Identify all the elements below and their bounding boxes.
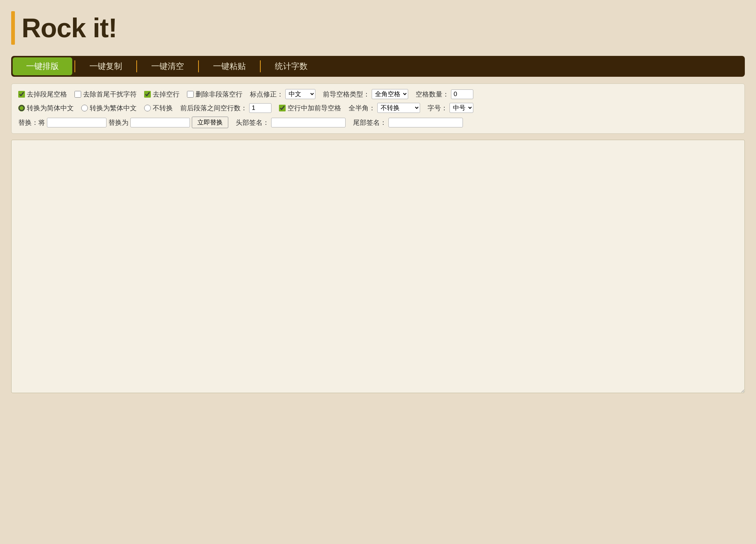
delete-non-para-empty-checkbox[interactable] xyxy=(187,91,194,98)
opt-replace: 替换：将 替换为 立即替换 xyxy=(18,117,228,128)
add-lead-space-empty-checkbox[interactable] xyxy=(279,105,286,111)
opt-space-count: 空格数量： xyxy=(416,89,473,99)
opt-delete-non-para-empty[interactable]: 删除非段落空行 xyxy=(187,90,242,99)
to-simplified-radio[interactable] xyxy=(18,105,25,111)
remove-disturb-checkbox[interactable] xyxy=(74,91,81,98)
replace-to-input[interactable] xyxy=(130,118,190,127)
to-traditional-radio[interactable] xyxy=(81,105,88,111)
toolbar: 一键排版 一键复制 一键清空 一键粘贴 统计字数 xyxy=(11,56,745,77)
opt-head-sig: 头部签名： xyxy=(236,118,346,127)
toolbar-btn-clear[interactable]: 一键清空 xyxy=(138,56,197,77)
opt-full-half: 全半角： 不转换 全角→半角 半角→全角 xyxy=(349,103,420,113)
no-convert-radio[interactable] xyxy=(144,105,151,111)
opt-para-gap: 前后段落之间空行数： xyxy=(180,103,271,113)
toolbar-btn-paste[interactable]: 一键粘贴 xyxy=(200,56,259,77)
trim-tail-space-label: 去掉段尾空格 xyxy=(27,90,67,99)
toolbar-btn-copy[interactable]: 一键复制 xyxy=(76,56,136,77)
opt-trim-tail-space[interactable]: 去掉段尾空格 xyxy=(18,90,67,99)
toolbar-btn-layout[interactable]: 一键排版 xyxy=(13,57,72,75)
opt-remove-disturb[interactable]: 去除首尾干扰字符 xyxy=(74,90,137,99)
head-sig-label: 头部签名： xyxy=(236,118,269,127)
opt-add-lead-space-empty[interactable]: 空行中加前导空格 xyxy=(279,104,341,113)
opt-remove-empty-line[interactable]: 去掉空行 xyxy=(144,90,180,99)
font-size-select[interactable]: 中号 大号 小号 xyxy=(450,103,473,113)
replace-btn[interactable]: 立即替换 xyxy=(192,117,228,128)
opt-tail-sig: 尾部签名： xyxy=(353,118,463,127)
font-size-label: 字号： xyxy=(428,104,448,113)
header-accent-bar xyxy=(11,11,15,45)
tail-sig-input[interactable] xyxy=(388,118,463,127)
options-row-2: 转换为简体中文 转换为繁体中文 不转换 前后段落之间空行数： 空行中加前导空格 … xyxy=(18,103,738,113)
opt-punct-fix: 标点修正： 中文 英文 不转换 xyxy=(250,89,315,99)
opt-to-traditional[interactable]: 转换为繁体中文 xyxy=(81,104,137,113)
punct-fix-label: 标点修正： xyxy=(250,90,283,99)
tail-sig-label: 尾部签名： xyxy=(353,118,387,127)
replace-from-input[interactable] xyxy=(47,118,107,127)
replace-label: 替换：将 xyxy=(18,118,45,127)
remove-empty-line-label: 去掉空行 xyxy=(153,90,180,99)
punct-fix-select[interactable]: 中文 英文 不转换 xyxy=(285,89,315,99)
remove-disturb-label: 去除首尾干扰字符 xyxy=(83,90,137,99)
main-textarea[interactable] xyxy=(11,140,745,393)
opt-font-size: 字号： 中号 大号 小号 xyxy=(428,103,473,113)
para-gap-label: 前后段落之间空行数： xyxy=(180,104,247,113)
no-convert-label: 不转换 xyxy=(153,104,173,113)
space-count-input[interactable] xyxy=(451,89,473,99)
to-simplified-label: 转换为简体中文 xyxy=(27,104,74,113)
toolbar-separator-2 xyxy=(136,60,137,72)
para-gap-input[interactable] xyxy=(249,103,271,113)
options-panel: 去掉段尾空格 去除首尾干扰字符 去掉空行 删除非段落空行 标点修正： 中文 英文… xyxy=(11,83,745,134)
trim-tail-space-checkbox[interactable] xyxy=(18,91,25,98)
lead-space-type-select[interactable]: 全角空格 半角空格 制表符 xyxy=(372,89,408,99)
opt-lead-space-type: 前导空格类型： 全角空格 半角空格 制表符 xyxy=(323,89,408,99)
delete-non-para-empty-label: 删除非段落空行 xyxy=(196,90,242,99)
toolbar-separator-3 xyxy=(198,60,199,72)
toolbar-separator-4 xyxy=(260,60,261,72)
add-lead-space-empty-label: 空行中加前导空格 xyxy=(288,104,341,113)
full-half-select[interactable]: 不转换 全角→半角 半角→全角 xyxy=(377,103,420,113)
lead-space-type-label: 前导空格类型： xyxy=(323,90,370,99)
replace-to-label: 替换为 xyxy=(108,118,128,127)
to-traditional-label: 转换为繁体中文 xyxy=(90,104,137,113)
opt-no-convert[interactable]: 不转换 xyxy=(144,104,173,113)
full-half-label: 全半角： xyxy=(349,104,375,113)
header: Rock it! xyxy=(11,7,745,45)
toolbar-separator-1 xyxy=(74,60,75,72)
remove-empty-line-checkbox[interactable] xyxy=(144,91,151,98)
app-title: Rock it! xyxy=(22,13,117,43)
options-row-1: 去掉段尾空格 去除首尾干扰字符 去掉空行 删除非段落空行 标点修正： 中文 英文… xyxy=(18,89,738,99)
opt-to-simplified[interactable]: 转换为简体中文 xyxy=(18,104,74,113)
options-row-3: 替换：将 替换为 立即替换 头部签名： 尾部签名： xyxy=(18,117,738,128)
space-count-label: 空格数量： xyxy=(416,90,449,99)
head-sig-input[interactable] xyxy=(271,118,346,127)
toolbar-btn-count[interactable]: 统计字数 xyxy=(261,56,321,77)
